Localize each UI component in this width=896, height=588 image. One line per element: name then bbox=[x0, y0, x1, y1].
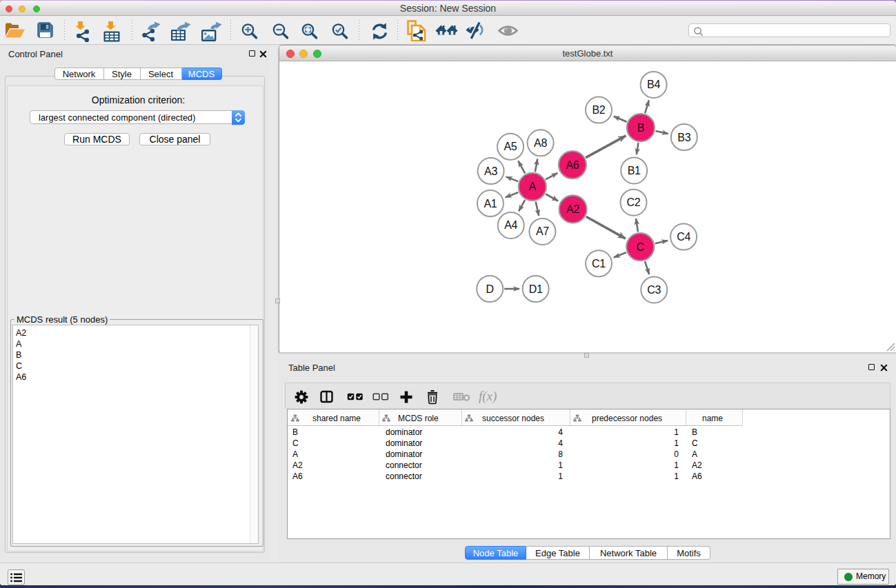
svg-text:A4: A4 bbox=[504, 219, 517, 231]
svg-text:A8: A8 bbox=[534, 137, 547, 149]
svg-text:A2: A2 bbox=[566, 203, 579, 215]
svg-text:B3: B3 bbox=[677, 132, 690, 143]
svg-text:C2: C2 bbox=[627, 196, 641, 208]
svg-text:B2: B2 bbox=[593, 104, 606, 116]
svg-text:B4: B4 bbox=[647, 79, 660, 90]
svg-text:B: B bbox=[637, 122, 644, 134]
svg-text:C3: C3 bbox=[647, 284, 661, 296]
svg-text:B1: B1 bbox=[628, 165, 641, 176]
svg-text:A3: A3 bbox=[484, 165, 497, 177]
svg-text:A5: A5 bbox=[504, 141, 517, 152]
svg-text:A7: A7 bbox=[536, 225, 549, 237]
svg-text:C: C bbox=[637, 241, 644, 253]
svg-text:D1: D1 bbox=[529, 283, 543, 295]
svg-text:C1: C1 bbox=[592, 258, 606, 270]
svg-text:A1: A1 bbox=[484, 198, 497, 210]
svg-text:A: A bbox=[529, 181, 537, 192]
svg-text:C4: C4 bbox=[677, 231, 690, 243]
svg-text:D: D bbox=[486, 283, 494, 295]
svg-text:A6: A6 bbox=[566, 159, 579, 171]
